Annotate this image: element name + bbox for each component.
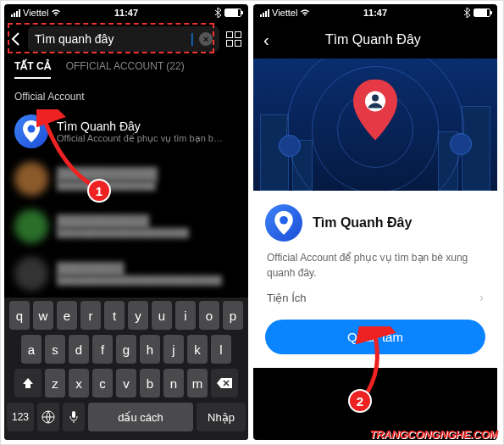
key-o[interactable]: o	[199, 301, 219, 330]
key-d[interactable]: d	[69, 335, 89, 364]
result-subtitle: Official Account để phục vụ tìm bạn bè x…	[57, 133, 226, 144]
page-title: Tìm Quanh Đây	[269, 32, 477, 47]
key-m[interactable]: m	[187, 369, 208, 398]
key-x[interactable]: x	[69, 369, 89, 398]
annotation-badge-2: 2	[348, 389, 372, 413]
annotation-badge-1: 1	[87, 179, 111, 203]
key-c[interactable]: c	[92, 369, 113, 398]
wifi-icon	[300, 8, 310, 17]
chevron-right-icon: ›	[479, 291, 484, 304]
svg-point-3	[365, 91, 385, 111]
back-icon[interactable]	[11, 32, 21, 46]
status-bar: Viettel 11:47	[253, 4, 497, 21]
svg-point-4	[372, 94, 379, 101]
key-a[interactable]: a	[21, 335, 42, 364]
list-item[interactable]: █████████████████████████████████	[4, 250, 248, 298]
signal-icon	[260, 9, 269, 17]
avatar-icon	[450, 133, 472, 155]
key-p[interactable]: p	[223, 301, 243, 330]
key-b[interactable]: b	[140, 369, 160, 398]
key-f[interactable]: f	[92, 335, 113, 364]
bluetooth-icon	[462, 8, 471, 18]
account-title: Tìm Quanh Đây	[313, 215, 412, 231]
key-n[interactable]: n	[163, 369, 184, 398]
key-i[interactable]: i	[175, 301, 196, 330]
keyboard: qwertyuiop asdfghjkl zxcvbnm 123 dấu các…	[4, 298, 248, 440]
key-h[interactable]: h	[140, 335, 160, 364]
list-item[interactable]: ███████████████████████████████	[4, 203, 248, 250]
key-l[interactable]: l	[211, 335, 231, 364]
numeric-key[interactable]: 123	[7, 403, 34, 431]
wifi-icon	[51, 8, 61, 17]
location-pin-icon	[265, 204, 302, 242]
result-tim-quanh-day[interactable]: Tìm Quanh Đây Official Account để phục v…	[4, 108, 248, 155]
key-y[interactable]: y	[128, 301, 148, 330]
follow-button[interactable]: Quan tâm	[265, 320, 485, 354]
key-u[interactable]: u	[152, 301, 172, 330]
svg-point-5	[280, 216, 288, 225]
key-g[interactable]: g	[116, 335, 136, 364]
svg-rect-2	[72, 411, 75, 418]
section-header: Official Account	[4, 82, 248, 108]
mic-key[interactable]	[63, 403, 85, 431]
key-q[interactable]: q	[9, 301, 30, 330]
utility-row[interactable]: Tiện Ích ›	[265, 281, 485, 314]
battery-icon	[474, 8, 490, 17]
battery-icon	[224, 8, 241, 17]
backspace-key[interactable]	[211, 369, 238, 398]
carrier-label: Viettel	[272, 8, 297, 18]
clock: 11:47	[363, 8, 387, 18]
utility-label: Tiện Ích	[267, 292, 307, 304]
globe-key[interactable]	[37, 403, 59, 431]
key-v[interactable]: v	[116, 369, 136, 398]
tab-all[interactable]: TẤT CẢ	[14, 60, 51, 79]
key-t[interactable]: t	[104, 301, 125, 330]
key-w[interactable]: w	[33, 301, 53, 330]
status-bar: Viettel 11:47	[4, 4, 248, 21]
tabs: TẤT CẢ OFFICIAL ACCOUNT (22)	[4, 57, 248, 82]
list-item[interactable]: ███████████████████████████	[4, 155, 248, 203]
tab-official-account[interactable]: OFFICIAL ACCOUNT (22)	[66, 60, 185, 79]
phone-screen-search: Viettel 11:47 | ✕ TẤT CẢ OFFICIAL ACCOUN…	[4, 4, 248, 440]
phone-screen-detail: Viettel 11:47 ‹ Tìm Quanh Đây	[253, 4, 497, 440]
signal-icon	[11, 9, 20, 17]
hero-illustration	[253, 58, 497, 191]
clear-search-icon[interactable]: ✕	[199, 32, 213, 46]
key-e[interactable]: e	[57, 301, 77, 330]
back-icon[interactable]: ‹	[263, 31, 269, 50]
location-pin-icon	[14, 114, 48, 148]
carrier-label: Viettel	[23, 8, 48, 18]
header: ‹ Tìm Quanh Đây	[253, 21, 497, 58]
qr-icon[interactable]	[226, 31, 241, 47]
avatar-icon	[279, 135, 301, 157]
enter-key[interactable]: Nhập	[197, 403, 246, 431]
search-box[interactable]: | ✕	[28, 26, 219, 52]
key-r[interactable]: r	[80, 301, 101, 330]
result-title: Tìm Quanh Đây	[57, 120, 226, 133]
key-k[interactable]: k	[187, 335, 208, 364]
account-description: Official Account để phục vụ tìm bạn bè x…	[267, 250, 485, 281]
svg-point-0	[28, 125, 36, 133]
key-j[interactable]: j	[163, 335, 184, 364]
location-pin-icon	[352, 79, 399, 140]
bluetooth-icon	[213, 8, 222, 18]
search-input[interactable]	[35, 32, 186, 46]
key-s[interactable]: s	[45, 335, 65, 364]
watermark: TRANGCONGNGHE.COM	[369, 428, 498, 441]
shift-key[interactable]	[14, 369, 42, 398]
clock: 11:47	[114, 8, 138, 18]
space-key[interactable]: dấu cách	[88, 403, 193, 431]
key-z[interactable]: z	[45, 369, 65, 398]
